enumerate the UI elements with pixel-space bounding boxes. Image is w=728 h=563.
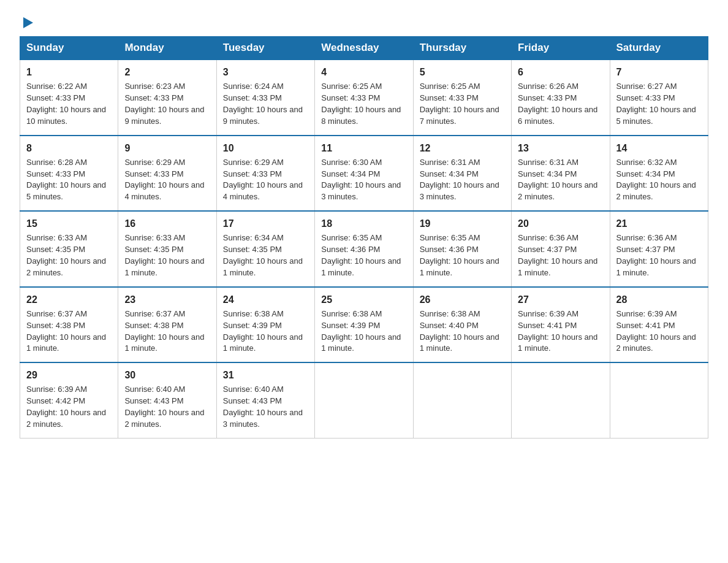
calendar-cell: 18Sunrise: 6:35 AMSunset: 4:36 PMDayligh… [315, 211, 413, 287]
calendar-cell: 9Sunrise: 6:29 AMSunset: 4:33 PMDaylight… [118, 136, 216, 212]
calendar-cell [315, 362, 413, 438]
calendar-cell: 15Sunrise: 6:33 AMSunset: 4:35 PMDayligh… [20, 211, 118, 287]
calendar-cell: 22Sunrise: 6:37 AMSunset: 4:38 PMDayligh… [20, 287, 118, 363]
day-info: Sunrise: 6:24 AMSunset: 4:33 PMDaylight:… [223, 81, 308, 127]
calendar-cell: 6Sunrise: 6:26 AMSunset: 4:33 PMDaylight… [512, 59, 610, 136]
day-info: Sunrise: 6:30 AMSunset: 4:34 PMDaylight:… [321, 157, 406, 203]
day-number: 26 [420, 293, 505, 307]
day-info: Sunrise: 6:40 AMSunset: 4:43 PMDaylight:… [223, 384, 308, 430]
calendar-cell: 1Sunrise: 6:22 AMSunset: 4:33 PMDaylight… [20, 59, 118, 136]
logo [20, 15, 34, 30]
calendar-cell [413, 362, 511, 438]
day-number: 15 [26, 216, 112, 231]
col-header-thursday: Thursday [413, 37, 511, 60]
col-header-friday: Friday [512, 37, 610, 60]
day-info: Sunrise: 6:33 AMSunset: 4:35 PMDaylight:… [124, 232, 210, 278]
day-number: 1 [26, 65, 112, 79]
day-info: Sunrise: 6:34 AMSunset: 4:35 PMDaylight:… [223, 232, 308, 278]
calendar-cell: 23Sunrise: 6:37 AMSunset: 4:38 PMDayligh… [118, 287, 216, 363]
day-number: 8 [26, 141, 112, 155]
day-number: 11 [321, 141, 406, 155]
calendar-cell: 26Sunrise: 6:38 AMSunset: 4:40 PMDayligh… [413, 287, 511, 363]
calendar-cell: 16Sunrise: 6:33 AMSunset: 4:35 PMDayligh… [118, 211, 216, 287]
day-number: 10 [223, 141, 308, 155]
calendar-cell: 25Sunrise: 6:38 AMSunset: 4:39 PMDayligh… [315, 287, 413, 363]
calendar-cell: 10Sunrise: 6:29 AMSunset: 4:33 PMDayligh… [216, 136, 314, 212]
calendar-cell: 8Sunrise: 6:28 AMSunset: 4:33 PMDaylight… [20, 136, 118, 212]
day-info: Sunrise: 6:31 AMSunset: 4:34 PMDaylight:… [518, 157, 603, 203]
col-header-saturday: Saturday [610, 37, 708, 60]
calendar-cell: 29Sunrise: 6:39 AMSunset: 4:42 PMDayligh… [20, 362, 118, 438]
day-info: Sunrise: 6:39 AMSunset: 4:42 PMDaylight:… [26, 384, 112, 430]
day-number: 27 [518, 293, 603, 307]
day-number: 24 [223, 293, 308, 307]
day-number: 5 [420, 65, 505, 79]
calendar-cell: 13Sunrise: 6:31 AMSunset: 4:34 PMDayligh… [512, 136, 610, 212]
day-info: Sunrise: 6:37 AMSunset: 4:38 PMDaylight:… [124, 308, 210, 354]
calendar-cell: 31Sunrise: 6:40 AMSunset: 4:43 PMDayligh… [216, 362, 314, 438]
calendar-cell [610, 362, 708, 438]
day-number: 17 [223, 216, 308, 231]
day-number: 31 [223, 368, 308, 382]
day-info: Sunrise: 6:39 AMSunset: 4:41 PMDaylight:… [518, 308, 603, 354]
calendar-cell: 30Sunrise: 6:40 AMSunset: 4:43 PMDayligh… [118, 362, 216, 438]
day-number: 28 [616, 293, 702, 307]
calendar-week-row: 22Sunrise: 6:37 AMSunset: 4:38 PMDayligh… [20, 287, 708, 363]
day-number: 13 [518, 141, 603, 155]
day-number: 19 [420, 216, 505, 231]
calendar-cell [512, 362, 610, 438]
day-info: Sunrise: 6:37 AMSunset: 4:38 PMDaylight:… [26, 308, 112, 354]
day-number: 30 [124, 368, 210, 382]
day-number: 22 [26, 293, 112, 307]
day-info: Sunrise: 6:29 AMSunset: 4:33 PMDaylight:… [124, 157, 210, 203]
calendar-cell: 20Sunrise: 6:36 AMSunset: 4:37 PMDayligh… [512, 211, 610, 287]
calendar-week-row: 8Sunrise: 6:28 AMSunset: 4:33 PMDaylight… [20, 136, 708, 212]
day-number: 9 [124, 141, 210, 155]
day-info: Sunrise: 6:25 AMSunset: 4:33 PMDaylight:… [420, 81, 505, 127]
calendar-cell: 14Sunrise: 6:32 AMSunset: 4:34 PMDayligh… [610, 136, 708, 212]
day-info: Sunrise: 6:36 AMSunset: 4:37 PMDaylight:… [518, 232, 603, 278]
day-number: 12 [420, 141, 505, 155]
day-info: Sunrise: 6:25 AMSunset: 4:33 PMDaylight:… [321, 81, 406, 127]
day-number: 4 [321, 65, 406, 79]
day-number: 16 [124, 216, 210, 231]
day-info: Sunrise: 6:26 AMSunset: 4:33 PMDaylight:… [518, 81, 603, 127]
calendar-cell: 12Sunrise: 6:31 AMSunset: 4:34 PMDayligh… [413, 136, 511, 212]
calendar-cell: 11Sunrise: 6:30 AMSunset: 4:34 PMDayligh… [315, 136, 413, 212]
day-info: Sunrise: 6:36 AMSunset: 4:37 PMDaylight:… [616, 232, 702, 278]
calendar-cell: 17Sunrise: 6:34 AMSunset: 4:35 PMDayligh… [216, 211, 314, 287]
calendar-cell: 3Sunrise: 6:24 AMSunset: 4:33 PMDaylight… [216, 59, 314, 136]
logo-icon [20, 15, 34, 29]
svg-marker-0 [23, 17, 33, 28]
day-number: 25 [321, 293, 406, 307]
day-info: Sunrise: 6:38 AMSunset: 4:39 PMDaylight:… [321, 308, 406, 354]
calendar-cell: 21Sunrise: 6:36 AMSunset: 4:37 PMDayligh… [610, 211, 708, 287]
day-number: 2 [124, 65, 210, 79]
col-header-wednesday: Wednesday [315, 37, 413, 60]
calendar-cell: 24Sunrise: 6:38 AMSunset: 4:39 PMDayligh… [216, 287, 314, 363]
calendar-header-row: SundayMondayTuesdayWednesdayThursdayFrid… [20, 37, 708, 60]
day-number: 29 [26, 368, 112, 382]
day-number: 3 [223, 65, 308, 79]
day-number: 21 [616, 216, 702, 231]
day-info: Sunrise: 6:38 AMSunset: 4:39 PMDaylight:… [223, 308, 308, 354]
calendar-week-row: 29Sunrise: 6:39 AMSunset: 4:42 PMDayligh… [20, 362, 708, 438]
calendar-week-row: 15Sunrise: 6:33 AMSunset: 4:35 PMDayligh… [20, 211, 708, 287]
calendar-cell: 5Sunrise: 6:25 AMSunset: 4:33 PMDaylight… [413, 59, 511, 136]
day-info: Sunrise: 6:33 AMSunset: 4:35 PMDaylight:… [26, 232, 112, 278]
day-info: Sunrise: 6:23 AMSunset: 4:33 PMDaylight:… [124, 81, 210, 127]
day-info: Sunrise: 6:40 AMSunset: 4:43 PMDaylight:… [124, 384, 210, 430]
calendar-cell: 7Sunrise: 6:27 AMSunset: 4:33 PMDaylight… [610, 59, 708, 136]
calendar-cell: 2Sunrise: 6:23 AMSunset: 4:33 PMDaylight… [118, 59, 216, 136]
calendar-cell: 27Sunrise: 6:39 AMSunset: 4:41 PMDayligh… [512, 287, 610, 363]
calendar-cell: 4Sunrise: 6:25 AMSunset: 4:33 PMDaylight… [315, 59, 413, 136]
day-info: Sunrise: 6:35 AMSunset: 4:36 PMDaylight:… [420, 232, 505, 278]
calendar-table: SundayMondayTuesdayWednesdayThursdayFrid… [20, 36, 708, 439]
col-header-tuesday: Tuesday [216, 37, 314, 60]
day-number: 7 [616, 65, 702, 79]
day-number: 23 [124, 293, 210, 307]
day-info: Sunrise: 6:29 AMSunset: 4:33 PMDaylight:… [223, 157, 308, 203]
day-info: Sunrise: 6:27 AMSunset: 4:33 PMDaylight:… [616, 81, 702, 127]
calendar-cell: 19Sunrise: 6:35 AMSunset: 4:36 PMDayligh… [413, 211, 511, 287]
day-info: Sunrise: 6:31 AMSunset: 4:34 PMDaylight:… [420, 157, 505, 203]
